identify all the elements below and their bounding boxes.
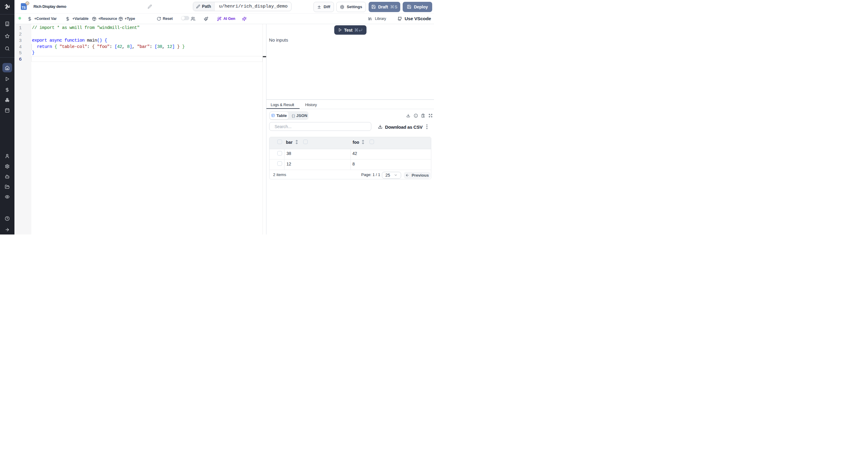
svg-text:TS: TS [22, 6, 26, 9]
